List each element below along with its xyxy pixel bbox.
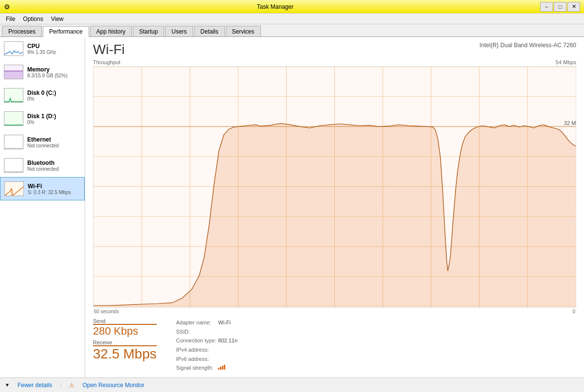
chart-label-row: Throughput 54 Mbps — [93, 59, 576, 65]
wifi-chart: 32 Mbps — [93, 66, 576, 308]
receive-label: Receive — [93, 339, 157, 345]
memory-mini-chart — [4, 65, 23, 79]
receive-group: Receive 32.5 Mbps — [93, 339, 157, 362]
memory-sub: 8.3/15.9 GB (52%) — [27, 73, 81, 78]
memory-info: Memory 8.3/15.9 GB (52%) — [27, 66, 81, 78]
ethernet-mini-chart — [4, 135, 23, 149]
tab-bar: Processes Performance App history Startu… — [0, 24, 584, 37]
svg-rect-2 — [4, 71, 23, 79]
wifi-sub: S: 0.3 R: 32.5 Mbps — [28, 190, 80, 195]
send-group: Send 280 Kbps — [93, 318, 157, 338]
ipv6-value — [218, 355, 239, 364]
tab-processes[interactable]: Processes — [2, 26, 42, 36]
tab-startup[interactable]: Startup — [133, 26, 164, 36]
send-receive-stats: Send 280 Kbps Receive 32.5 Mbps — [93, 318, 157, 362]
cpu-sub: 9% 1.35 GHz — [27, 50, 81, 55]
sidebar-item-ethernet[interactable]: Ethernet Not connected — [0, 130, 85, 154]
app-icon: ⚙ — [4, 3, 10, 11]
title-bar: ⚙ Task Manager − □ ✕ — [0, 0, 584, 14]
bluetooth-info: Bluetooth Not connected — [27, 160, 81, 172]
cpu-info: CPU 9% 1.35 GHz — [27, 43, 81, 55]
signal-bars-icon — [218, 364, 225, 370]
ipv6-label: IPv6 address: — [176, 355, 219, 364]
fewer-details-link[interactable]: Fewer details — [18, 382, 52, 389]
ethernet-name: Ethernet — [27, 136, 81, 143]
sidebar: CPU 9% 1.35 GHz Memory 8.3/15.9 GB (52%) — [0, 37, 85, 377]
menu-options[interactable]: Options — [19, 15, 47, 23]
ethernet-sub: Not connected — [27, 143, 81, 148]
sidebar-item-bluetooth[interactable]: Bluetooth Not connected — [0, 154, 85, 177]
svg-rect-6 — [4, 159, 23, 172]
tab-app-history[interactable]: App history — [90, 26, 132, 36]
tab-details[interactable]: Details — [194, 26, 225, 36]
panel-title: Wi-Fi — [93, 42, 125, 57]
connection-type-label: Connection type: — [176, 336, 219, 345]
title-bar-left: ⚙ — [4, 3, 10, 11]
receive-value: 32.5 Mbps — [93, 345, 157, 362]
tab-users[interactable]: Users — [165, 26, 193, 36]
sidebar-item-memory[interactable]: Memory 8.3/15.9 GB (52%) — [0, 60, 85, 84]
open-resource-monitor-link[interactable]: Open Resource Monitor — [82, 382, 144, 389]
tab-performance[interactable]: Performance — [43, 26, 89, 37]
adapter-info: Adapter name: Wi-Fi SSID: Connection typ… — [176, 318, 239, 373]
sidebar-item-cpu[interactable]: CPU 9% 1.35 GHz — [0, 37, 85, 60]
sidebar-item-disk0[interactable]: Disk 0 (C:) 0% — [0, 84, 85, 107]
close-button[interactable]: ✕ — [567, 2, 580, 12]
stats-row: Send 280 Kbps Receive 32.5 Mbps Adapter … — [93, 318, 576, 373]
warning-icon: ⚠ — [69, 382, 74, 389]
bluetooth-sub: Not connected — [27, 166, 81, 172]
adapter-name-label: Adapter name: — [176, 318, 219, 327]
adapter-name-value: Wi-Fi — [218, 318, 239, 327]
title-bar-controls: − □ ✕ — [540, 2, 580, 12]
disk1-info: Disk 1 (D:) 0% — [27, 113, 81, 125]
ssid-label: SSID: — [176, 327, 219, 337]
memory-name: Memory — [27, 66, 81, 73]
panel-header: Wi-Fi Intel(R) Dual Band Wireless-AC 726… — [93, 42, 576, 57]
throughput-label: Throughput — [93, 59, 120, 65]
tab-services[interactable]: Services — [226, 26, 261, 36]
svg-rect-4 — [4, 112, 23, 125]
menu-bar: File Options View — [0, 14, 584, 24]
ipv4-value — [218, 345, 239, 355]
right-panel: Wi-Fi Intel(R) Dual Band Wireless-AC 726… — [85, 37, 584, 377]
sidebar-item-wifi[interactable]: Wi-Fi S: 0.3 R: 32.5 Mbps — [0, 177, 85, 200]
panel-adapter: Intel(R) Dual Band Wireless-AC 7260 — [479, 42, 576, 49]
signal-value — [218, 363, 239, 373]
wifi-name: Wi-Fi — [28, 183, 80, 190]
maximize-button[interactable]: □ — [554, 2, 566, 12]
menu-file[interactable]: File — [2, 15, 19, 23]
bluetooth-mini-chart — [4, 158, 23, 173]
minimize-button[interactable]: − — [540, 2, 553, 12]
svg-rect-3 — [4, 89, 23, 102]
svg-text:32 Mbps: 32 Mbps — [564, 120, 576, 126]
cpu-name: CPU — [27, 43, 81, 50]
connection-type-value: 802.11n — [218, 336, 239, 345]
window-title: Task Manager — [10, 3, 540, 10]
ethernet-info: Ethernet Not connected — [27, 136, 81, 148]
send-label: Send — [93, 318, 157, 324]
time-left: 60 seconds — [94, 309, 119, 314]
chevron-down-icon: ▼ — [5, 382, 10, 388]
disk1-sub: 0% — [27, 120, 81, 125]
wifi-mini-chart — [4, 181, 24, 196]
main-content: CPU 9% 1.35 GHz Memory 8.3/15.9 GB (52%) — [0, 37, 584, 377]
bottom-bar: ▼ Fewer details | ⚠ Open Resource Monito… — [0, 377, 584, 392]
cpu-mini-chart — [4, 41, 23, 56]
time-labels: 60 seconds 0 — [93, 309, 576, 314]
send-value: 280 Kbps — [93, 324, 157, 338]
wifi-info: Wi-Fi S: 0.3 R: 32.5 Mbps — [28, 183, 80, 195]
ssid-value — [218, 327, 239, 337]
disk0-mini-chart — [4, 88, 23, 103]
ipv4-label: IPv4 address: — [176, 345, 219, 355]
max-label: 54 Mbps — [556, 59, 576, 65]
menu-view[interactable]: View — [47, 15, 68, 23]
disk0-name: Disk 0 (C:) — [27, 89, 81, 96]
disk0-sub: 0% — [27, 96, 81, 102]
disk1-name: Disk 1 (D:) — [27, 113, 81, 120]
svg-rect-5 — [4, 135, 23, 149]
signal-label: Signal strength: — [176, 363, 219, 373]
sidebar-item-disk1[interactable]: Disk 1 (D:) 0% — [0, 107, 85, 130]
disk0-info: Disk 0 (C:) 0% — [27, 89, 81, 102]
bluetooth-name: Bluetooth — [27, 160, 81, 166]
time-right: 0 — [572, 309, 575, 314]
